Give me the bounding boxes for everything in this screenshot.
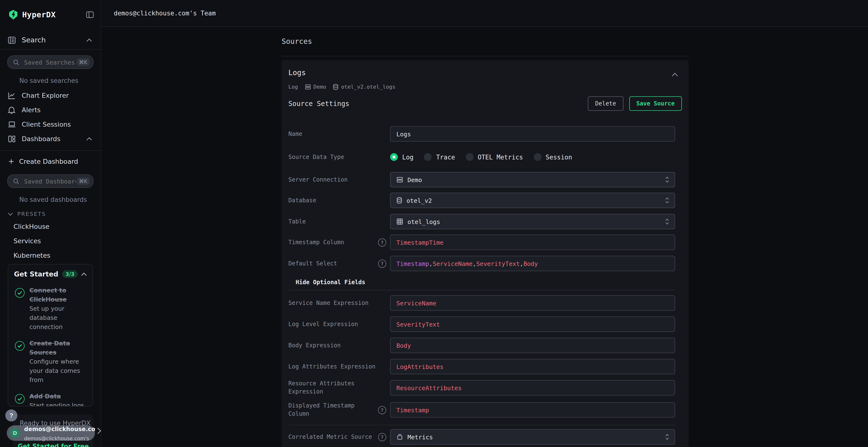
service-name-input[interactable]: ServiceName (390, 295, 675, 311)
sidebar-item-alerts[interactable]: Alerts (0, 103, 101, 117)
field-label: Correlated Metric Source ? (288, 433, 390, 441)
displayed-timestamp-input[interactable]: Timestamp (390, 402, 675, 418)
form-row-table: Table otel_logs (288, 214, 682, 229)
select-chevrons-icon (665, 197, 669, 204)
field-label: Service Name Expression (288, 299, 390, 307)
search-section-icon (8, 36, 16, 44)
delete-button[interactable]: Delete (588, 96, 623, 111)
form-row-service-name: Service Name Expression ServiceName (288, 295, 682, 311)
chevron-up-icon[interactable] (81, 272, 87, 276)
hide-optional-fields-toggle[interactable]: Hide Optional Fields (296, 279, 682, 286)
nav-label: Dashboards (22, 135, 61, 143)
help-icon[interactable]: ? (378, 238, 386, 247)
radio-log[interactable]: Log (390, 153, 413, 161)
connection-text: Demo (313, 83, 326, 90)
sidebar-item-search[interactable]: Search (8, 35, 92, 45)
source-type-text: Log (288, 83, 298, 90)
correlated-metric-select[interactable]: Metrics (390, 429, 675, 445)
get-started-item[interactable]: Add Data Start sending logs, metrics, or… (14, 391, 87, 407)
get-started-item[interactable]: Connect to ClickHouse Set up your databa… (14, 285, 87, 331)
sidebar-nav: Chart Explorer Alerts Client Sessions (0, 88, 101, 146)
sidebar-item-dashboards[interactable]: Dashboards (0, 132, 101, 146)
source-meta: Log Demo otel_v2.otel_logs (288, 83, 682, 90)
default-select-input[interactable]: Timestamp,ServiceName,SeverityText,Body (390, 256, 675, 271)
bell-icon (8, 106, 16, 114)
shortcut-badge: ⌘K (76, 58, 90, 66)
select-chevrons-icon (665, 218, 669, 225)
timestamp-column-input[interactable]: TimestampTime (390, 235, 675, 250)
user-name: demos@clickhouse.com (24, 426, 95, 433)
field-label: Body Expression (288, 341, 390, 349)
radio-trace[interactable]: Trace (424, 153, 455, 161)
preset-kubernetes[interactable]: Kubernetes (0, 250, 101, 261)
search-icon (13, 59, 19, 65)
get-started-item-desc: Start sending logs, metrics, or traces (29, 402, 86, 407)
sidebar: HyperDX Search (0, 0, 101, 447)
resource-attributes-input[interactable]: ResourceAttributes (390, 380, 675, 396)
saved-dashboards-search[interactable]: ⌘K (7, 174, 94, 188)
nav-label: Chart Explorer (22, 92, 69, 99)
collapse-chevron-icon[interactable] (672, 73, 678, 77)
brand-name: HyperDX (22, 10, 56, 19)
radio-session[interactable]: Session (534, 153, 572, 161)
chevron-up-icon[interactable] (86, 137, 92, 140)
database-select[interactable]: otel_v2 (390, 193, 675, 208)
nav-label: Alerts (22, 106, 40, 114)
help-icon[interactable]: ? (378, 260, 386, 268)
save-source-button[interactable]: Save Source (629, 96, 682, 111)
content: Sources Logs Log Demo (101, 27, 868, 447)
sidebar-item-client-sessions[interactable]: Client Sessions (0, 117, 101, 132)
presets-header[interactable]: PRESETS (8, 211, 101, 217)
database-icon (396, 197, 402, 204)
log-level-input[interactable]: SeverityText (390, 316, 675, 332)
user-menu[interactable]: D demos@clickhouse.com demos@clickhouse.… (7, 425, 95, 441)
sidebar-collapse-icon[interactable] (86, 10, 94, 19)
hyperdx-logo-icon (9, 9, 18, 20)
body-expression-input[interactable]: Body (390, 338, 675, 353)
server-connection-select[interactable]: Demo (390, 172, 675, 187)
check-circle-icon (15, 394, 25, 404)
table-select[interactable]: otel_logs (390, 214, 675, 229)
laptop-icon (8, 121, 16, 128)
avatar: D (10, 428, 20, 438)
create-dashboard-button[interactable]: + Create Dashboard (0, 154, 101, 169)
plus-icon: + (8, 157, 14, 166)
table-path-text: otel_v2.otel_logs (341, 83, 396, 90)
divider (288, 425, 675, 425)
saved-searches-search[interactable]: ⌘K (7, 56, 94, 69)
field-label: Source Data Type (288, 153, 390, 161)
help-button[interactable]: ? (5, 409, 18, 421)
saved-searches-input[interactable] (23, 58, 76, 66)
table-grid-icon (396, 218, 403, 225)
saved-dashboards-input[interactable] (23, 177, 76, 185)
form-row-source-data-type: Source Data Type Log Trace (288, 153, 682, 161)
divider (0, 150, 101, 151)
no-saved-searches-text: No saved searches (19, 77, 101, 84)
app-root: HyperDX Search (0, 0, 868, 447)
form-row-correlated-metric: Correlated Metric Source ? Metrics (288, 429, 682, 445)
chevron-up-icon[interactable] (86, 38, 92, 42)
source-card-title: Logs (288, 68, 682, 77)
get-started-free-link[interactable]: Get Started for Free (13, 443, 94, 447)
sidebar-item-chart-explorer[interactable]: Chart Explorer (0, 88, 101, 103)
check-circle-icon (15, 288, 25, 298)
dashboards-icon (8, 135, 16, 143)
preset-services[interactable]: Services (0, 236, 101, 246)
field-label: Resource Attributes Expression (288, 380, 390, 396)
presets-label: PRESETS (18, 211, 46, 217)
radio-otel-metrics[interactable]: OTEL Metrics (466, 153, 523, 161)
field-label: Name (288, 130, 390, 138)
divider (288, 290, 675, 290)
log-attributes-input[interactable]: LogAttributes (390, 359, 675, 374)
help-icon[interactable]: ? (378, 406, 386, 414)
server-icon (396, 176, 403, 183)
no-saved-dashboards-text: No saved dashboards (19, 196, 101, 203)
name-input[interactable]: Logs (390, 126, 675, 142)
get-started-item[interactable]: Create Data Sources Configure where your… (14, 338, 87, 384)
sidebar-expand-chevron-icon[interactable] (97, 427, 101, 435)
radio-icon (466, 153, 473, 161)
help-icon[interactable]: ? (378, 433, 386, 441)
user-team: demos@clickhouse.com's (24, 436, 89, 441)
form-row-displayed-timestamp: Displayed Timestamp Column ? Timestamp (288, 402, 682, 418)
preset-clickhouse[interactable]: ClickHouse (0, 221, 101, 232)
